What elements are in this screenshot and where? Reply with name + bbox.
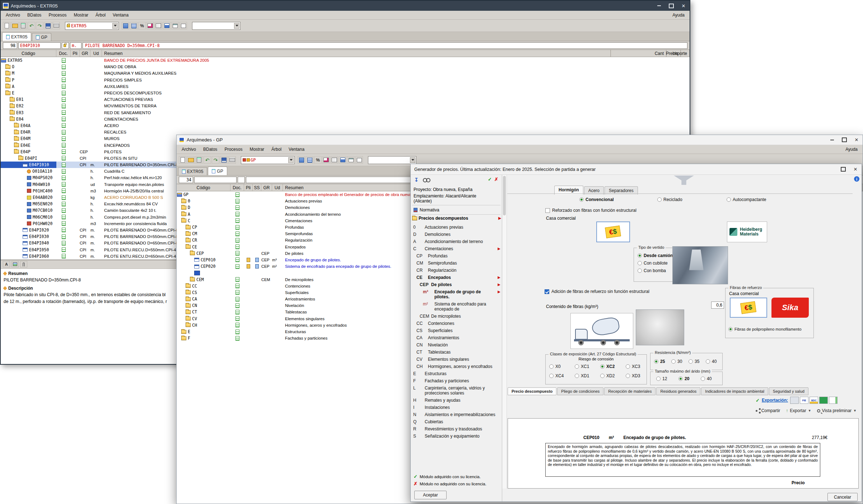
percent-icon[interactable] <box>314 156 322 164</box>
row-number-field[interactable]: 34 <box>179 177 193 183</box>
category-item[interactable]: L Carpintería, cerrajería, vidrios y pro… <box>411 384 501 397</box>
fie-icon[interactable]: FIE <box>800 397 808 404</box>
aggregate-radio[interactable]: 20 <box>678 376 701 381</box>
column-header[interactable]: Doc. <box>56 50 71 57</box>
combo-arrow-icon[interactable] <box>410 157 415 163</box>
aggregate-radio[interactable]: 40 <box>701 376 723 381</box>
category-item[interactable]: R Revestimientos y trasdosados ▶ <box>411 425 501 433</box>
category-item[interactable]: CV Elementos singulares ▶ <box>411 356 501 363</box>
table-row[interactable]: P PRECIOS SIMPLES <box>1 77 690 83</box>
column-header[interactable]: Doc. <box>230 184 244 191</box>
open-icon[interactable] <box>187 156 195 164</box>
tree-icon[interactable] <box>130 22 137 29</box>
concrete-type-radio[interactable]: Autocompactante <box>727 197 766 202</box>
unit-field[interactable]: m. <box>70 42 81 49</box>
link-icon[interactable] <box>122 22 129 29</box>
category-item[interactable]: N Aislamientos e impermeabilizaciones ▶ <box>411 411 501 418</box>
fiber-structural-checkbox[interactable]: Reforzado con fibras con función estruct… <box>545 208 636 213</box>
split-icon[interactable] <box>355 156 363 164</box>
row-number-field[interactable]: 98 <box>3 42 17 49</box>
table-row[interactable]: E01 ACTUACIONES PREVIAS <box>1 96 690 103</box>
category-item[interactable]: CC Contenciones ▶ <box>411 320 501 327</box>
category-root[interactable]: Precios descompuestos ▶ <box>412 216 501 221</box>
database-combo[interactable]: EXTR05 <box>65 22 119 30</box>
menu-item[interactable]: Procesos <box>221 146 246 153</box>
pour-type-radio[interactable]: Con cubilote <box>638 261 673 266</box>
menu-item[interactable]: Procesos <box>45 11 70 19</box>
title-bar[interactable]: Arquímedes - EXTR05 <box>1 1 690 11</box>
calc-icon[interactable] <box>195 156 203 164</box>
fiber-type-radio[interactable]: Fibras de polipropileno monofilamento <box>728 327 802 331</box>
table-row[interactable]: EXTR05 BANCO DE PRECIOS JUNTA DE EXTREMA… <box>1 57 690 64</box>
menu-item[interactable]: Ventana <box>109 11 132 19</box>
category-item[interactable]: E Estructuras ▶ <box>411 370 501 377</box>
category-item[interactable]: CA Arriostramientos ▶ <box>411 334 501 341</box>
database-combo[interactable]: GP <box>241 156 295 164</box>
close-button[interactable] <box>850 136 863 144</box>
column-header[interactable]: GR <box>261 184 272 191</box>
category-item[interactable]: m³ Encepado de grupo de pilotes. ▶ <box>411 288 501 300</box>
column-header[interactable]: Pli <box>244 184 253 191</box>
document-tab[interactable]: GP <box>208 167 227 175</box>
column-header[interactable]: GR <box>80 50 90 57</box>
attachment-icon[interactable] <box>20 261 27 267</box>
minimize-button[interactable] <box>653 2 665 10</box>
concrete-type-radio[interactable]: Convencional <box>579 197 614 202</box>
aggregate-radio[interactable]: 12 <box>656 376 678 381</box>
cols-icon[interactable] <box>331 156 338 164</box>
table-row[interactable]: E03 RED DE SANEAMIENTO <box>1 109 690 116</box>
category-item[interactable]: Q Cubiertas ▶ <box>411 418 501 425</box>
import-icon[interactable]: ↧ <box>414 177 419 183</box>
cols-icon[interactable] <box>155 22 162 29</box>
column-header[interactable]: Cant <box>611 50 666 57</box>
table-row[interactable]: E04 CIMENTACIONES <box>1 116 690 122</box>
category-item[interactable]: CT Tablestacas ▶ <box>411 349 501 356</box>
menu-item[interactable]: BDatos <box>200 146 221 153</box>
chart-icon[interactable] <box>163 22 171 29</box>
category-item[interactable]: CR Regularización ▶ <box>411 267 501 274</box>
table-row[interactable]: E02 MOVIMIENTOS DE TIERRA <box>1 103 690 109</box>
generic-fiber-brand-button[interactable]: €$ <box>730 298 767 318</box>
pour-type-radio[interactable]: Con bomba <box>638 268 673 273</box>
menu-item[interactable]: Mostrar <box>70 11 92 19</box>
win-icon[interactable] <box>347 156 355 164</box>
undo-icon[interactable] <box>28 22 35 29</box>
menu-item-help[interactable]: Ayuda <box>842 146 861 153</box>
preview-button[interactable]: Vista preliminar▼ <box>817 408 857 413</box>
category-item[interactable]: H Remates y ayudas ▶ <box>411 397 501 404</box>
open-icon[interactable] <box>11 22 19 29</box>
menu-item[interactable]: Archivo <box>2 11 24 19</box>
calc-icon[interactable] <box>19 22 27 29</box>
result-tab[interactable]: Residuos generados <box>656 387 700 395</box>
cancel-button[interactable]: Cancelar <box>827 493 858 501</box>
doc2-icon[interactable] <box>829 397 838 404</box>
result-tab[interactable]: Seguridad y salud <box>769 387 808 395</box>
calc2-icon[interactable] <box>790 397 799 404</box>
code-field[interactable] <box>194 177 237 183</box>
normative-row[interactable]: Normativa <box>414 207 439 213</box>
export-link[interactable]: Exportación: <box>762 398 788 403</box>
exposure-radio[interactable]: XC2 <box>600 364 626 369</box>
category-item[interactable]: CN Nivelación ▶ <box>411 341 501 349</box>
column-header[interactable]: Importe <box>681 50 690 57</box>
exposure-radio[interactable]: XC3 <box>626 364 651 369</box>
undo-icon[interactable] <box>204 156 211 164</box>
column-header[interactable]: Pli <box>71 50 80 57</box>
vertical-scrollbar[interactable] <box>502 175 507 489</box>
category-item[interactable]: CE Encepados ▶ <box>411 274 501 281</box>
lock-cell[interactable] <box>238 177 245 183</box>
table-row[interactable]: E PRECIOS DESCOMPUESTOS <box>1 90 690 96</box>
sika-brand-button[interactable]: Sika <box>771 298 809 318</box>
split-icon[interactable] <box>179 22 187 29</box>
new-icon[interactable] <box>3 22 10 29</box>
resistance-radio[interactable]: 35 <box>689 359 706 364</box>
column-header[interactable]: Código <box>177 184 230 191</box>
info-icon[interactable]: i <box>854 176 859 182</box>
bdc-icon[interactable]: BDC <box>810 397 818 404</box>
category-item[interactable]: 0 Actuaciones previas ▶ <box>411 224 501 231</box>
result-tab[interactable]: Pliego de condiciones <box>557 387 603 395</box>
table-row[interactable]: A AUXILIARES <box>1 83 690 90</box>
menu-item[interactable]: Archivo <box>178 146 200 153</box>
exposure-radio[interactable]: X0 <box>549 364 575 369</box>
xls-icon[interactable] <box>819 397 828 404</box>
